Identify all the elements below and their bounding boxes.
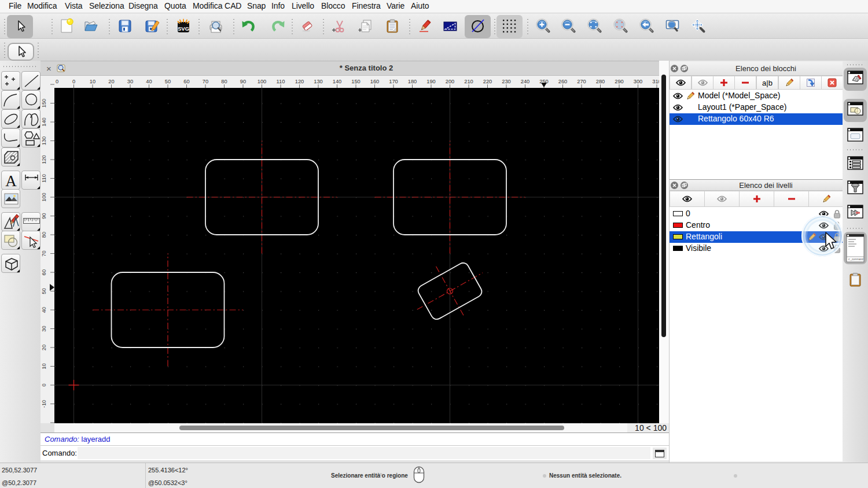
svg-text:40: 40 <box>41 307 47 313</box>
svg-text:70: 70 <box>41 250 47 256</box>
svg-text:270: 270 <box>577 79 586 84</box>
svg-text:-10: -10 <box>41 400 47 408</box>
svg-text:SVG: SVG <box>178 25 189 32</box>
svg-text:110: 110 <box>41 174 47 183</box>
svg-text:A: A <box>5 172 17 190</box>
svg-text:60: 60 <box>41 269 47 275</box>
svg-text:0: 0 <box>72 79 75 84</box>
svg-text:210: 210 <box>464 79 473 84</box>
svg-text:120: 120 <box>295 79 304 84</box>
svg-text:230: 230 <box>502 79 511 84</box>
svg-text:0: 0 <box>56 79 58 84</box>
svg-text:190: 190 <box>426 79 436 84</box>
svg-text:30: 30 <box>41 326 47 331</box>
svg-text:50: 50 <box>41 288 47 294</box>
svg-text:80: 80 <box>41 232 47 238</box>
svg-text:220: 220 <box>483 79 492 84</box>
svg-text:110: 110 <box>277 79 285 84</box>
svg-text:120: 120 <box>41 155 47 164</box>
svg-text:20: 20 <box>108 79 114 84</box>
svg-text:c:_command: c:_command <box>848 258 863 261</box>
svg-text:150: 150 <box>351 79 361 84</box>
svg-text:150: 150 <box>41 99 47 108</box>
svg-text:10: 10 <box>90 79 95 84</box>
svg-text:50: 50 <box>165 79 171 84</box>
svg-text:260: 260 <box>558 79 568 84</box>
svg-text:240: 240 <box>521 79 530 84</box>
svg-text:0: 0 <box>41 383 47 386</box>
svg-text:40: 40 <box>146 79 152 84</box>
svg-text:130: 130 <box>314 79 323 84</box>
svg-text:180: 180 <box>408 79 417 84</box>
svg-text:300: 300 <box>634 79 643 84</box>
svg-text:290: 290 <box>615 79 624 84</box>
svg-text:280: 280 <box>596 79 605 84</box>
svg-text:90: 90 <box>240 79 246 84</box>
svg-text:90: 90 <box>41 213 47 219</box>
svg-text:100: 100 <box>41 193 47 202</box>
svg-text:140: 140 <box>41 117 47 127</box>
svg-text:30: 30 <box>127 79 133 84</box>
svg-text:160: 160 <box>370 79 380 84</box>
svg-text:130: 130 <box>41 136 47 146</box>
svg-text:10: 10 <box>41 363 47 369</box>
svg-text:80: 80 <box>221 79 227 84</box>
svg-text:200: 200 <box>446 79 455 84</box>
svg-text:20: 20 <box>41 345 47 350</box>
svg-text:140: 140 <box>333 79 342 84</box>
svg-text:170: 170 <box>389 79 398 84</box>
svg-text:70: 70 <box>203 79 208 84</box>
svg-text:60: 60 <box>183 79 189 84</box>
svg-text:100: 100 <box>258 79 267 84</box>
